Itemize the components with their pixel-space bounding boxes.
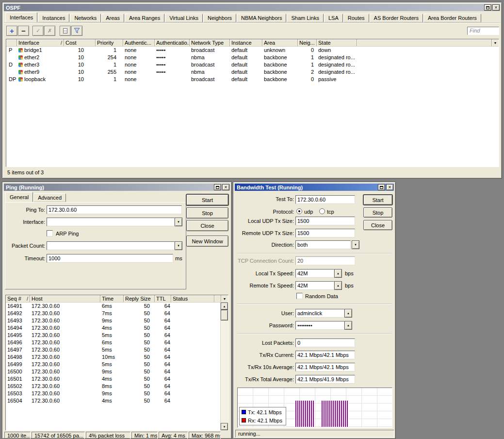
scroll-down-button[interactable]: ▼ <box>221 423 228 430</box>
password-input[interactable] <box>295 321 344 330</box>
column-header-network-type[interactable]: Network Type <box>190 39 230 46</box>
ping-row-16492[interactable]: 16492172.30.0.607ms5064 <box>6 310 220 317</box>
column-header-ttl[interactable]: TTL <box>155 295 171 302</box>
column-header-state[interactable]: State <box>317 39 357 46</box>
comment-button[interactable] <box>60 26 71 36</box>
disable-button[interactable]: ✗ <box>44 26 55 36</box>
local-udp-tx-size-input[interactable] <box>295 217 355 225</box>
column-header-reply-size[interactable]: Reply Size <box>124 295 155 302</box>
column-header-seq-[interactable]: Seq #/ <box>6 295 30 302</box>
ping-table-scrollbar[interactable]: ▲ ▼ <box>220 303 228 430</box>
test-to-input[interactable] <box>295 195 355 204</box>
tab-routes[interactable]: Routes <box>343 14 369 22</box>
ospf-row-ether2[interactable]: ether210254none•••••nbmadefaultbackbone1… <box>6 54 499 61</box>
packet-count-dropdown-button[interactable]: ▼ <box>175 241 182 250</box>
tab-sham-links[interactable]: Sham Links <box>287 14 323 22</box>
user-up-button[interactable]: ▲ <box>344 309 352 318</box>
column-header-host[interactable]: Host <box>30 295 100 302</box>
interface-input[interactable] <box>47 218 175 226</box>
tab-instances[interactable]: Instances <box>38 14 69 22</box>
remote-udp-tx-size-input[interactable] <box>295 229 355 237</box>
protocol-tcp-label[interactable]: tcp <box>327 209 334 215</box>
ping-row-16504[interactable]: 16504172.30.0.604ms5064 <box>6 397 220 405</box>
tab-area-border-routers[interactable]: Area Border Routers <box>423 14 481 22</box>
random-data-label[interactable]: Random Data <box>305 293 338 299</box>
restore-window-button[interactable] <box>214 184 221 190</box>
restore-window-button[interactable] <box>484 4 491 11</box>
password-up-button[interactable]: ▲ <box>344 321 352 330</box>
add-button[interactable]: + <box>6 26 17 36</box>
column-select-button[interactable]: ▼ <box>492 39 499 46</box>
tab-networks[interactable]: Networks <box>70 14 101 22</box>
ping-row-16501[interactable]: 16501172.30.0.604ms5064 <box>6 375 220 383</box>
column-header-authentic-[interactable]: Authentic... <box>123 39 155 46</box>
protocol-udp-label[interactable]: udp <box>304 209 313 215</box>
local-tx-speed-up-button[interactable]: ▲ <box>334 269 342 278</box>
interface-dropdown-button[interactable]: ▼ <box>175 218 182 226</box>
column-header-authenticatio-[interactable]: Authenticatio... <box>155 39 190 46</box>
new-window-button[interactable]: New Window <box>186 236 228 247</box>
tab-nbma-neighbors[interactable]: NBMA Neighbors <box>237 14 286 22</box>
ping-row-16502[interactable]: 16502172.30.0.608ms5064 <box>6 383 220 390</box>
user-input[interactable] <box>295 309 344 318</box>
scroll-up-button[interactable]: ▲ <box>221 303 228 310</box>
ping-row-16496[interactable]: 16496172.30.0.606ms5064 <box>6 339 220 346</box>
ping-row-16495[interactable]: 16495172.30.0.605ms5064 <box>6 332 220 339</box>
tab-areas[interactable]: Areas <box>101 14 124 22</box>
restore-window-button[interactable] <box>378 184 385 190</box>
tab-virtual-links[interactable]: Virtual Links <box>165 14 203 22</box>
ospf-row-ether3[interactable]: Dether3101none•••••broadcastdefaultbackb… <box>6 61 499 68</box>
direction-dropdown-button[interactable]: ▼ <box>352 240 359 249</box>
close-button[interactable]: Close <box>363 220 392 230</box>
close-button[interactable]: Close <box>186 220 228 231</box>
tab-area-ranges[interactable]: Area Ranges <box>125 14 164 22</box>
ping-row-16503[interactable]: 16503172.30.0.609ms5064 <box>6 390 220 397</box>
find-input[interactable] <box>467 27 499 35</box>
tab-neighbors[interactable]: Neighbors <box>203 14 236 22</box>
column-header-priority[interactable]: Priority <box>96 39 123 46</box>
remove-button[interactable]: − <box>18 26 29 36</box>
tab-as-border-routers[interactable]: AS Border Routers <box>370 14 423 22</box>
filter-button[interactable] <box>71 26 82 36</box>
packet-count-input[interactable] <box>47 241 175 250</box>
ping-row-16498[interactable]: 16498172.30.0.6010ms5064 <box>6 354 220 361</box>
scroll-thumb[interactable] <box>221 310 228 321</box>
direction-input[interactable] <box>295 240 351 249</box>
start-button[interactable]: Start <box>363 195 392 205</box>
protocol-tcp-radio[interactable] <box>319 208 325 214</box>
ospf-row-bridge1[interactable]: Pbridge1101none•••••broadcastdefaultunkn… <box>6 47 499 54</box>
start-button[interactable]: Start <box>186 194 228 205</box>
ospf-row-loopback[interactable]: DPloopback101nonebroadcastdefaultbackbon… <box>6 76 499 83</box>
column-header-interface[interactable]: Interface/ <box>17 39 64 46</box>
arp-ping-checkbox[interactable] <box>47 230 53 236</box>
column-header-area[interactable]: Area <box>262 39 298 46</box>
column-header-cost[interactable]: Cost <box>64 39 96 46</box>
local-tx-speed-input[interactable] <box>295 269 334 278</box>
enable-button[interactable]: ✓ <box>33 26 44 36</box>
column-header-neig-[interactable]: Neig... <box>298 39 317 46</box>
close-window-button[interactable]: × <box>386 184 393 190</box>
close-window-button[interactable]: × <box>492 4 500 11</box>
column-header-flags[interactable] <box>6 39 17 46</box>
stop-button[interactable]: Stop <box>363 207 392 218</box>
ping-row-16491[interactable]: 16491172.30.0.606ms5064 <box>6 303 220 310</box>
ping-row-16500[interactable]: 16500172.30.0.609ms5064 <box>6 368 220 375</box>
bandwidth-titlebar[interactable]: Bandwidth Test (Running) × <box>235 184 394 191</box>
column-select-button[interactable]: ▼ <box>221 295 228 302</box>
ping-row-16493[interactable]: 16493172.30.0.609ms5064 <box>6 317 220 324</box>
ping-row-16497[interactable]: 16497172.30.0.605ms5064 <box>6 346 220 354</box>
random-data-checkbox[interactable] <box>296 293 303 299</box>
ospf-titlebar[interactable]: OSPF × <box>4 4 500 11</box>
ping-row-16494[interactable]: 16494172.30.0.604ms5064 <box>6 324 220 332</box>
tab-interfaces[interactable]: Interfaces <box>5 12 37 22</box>
protocol-udp-radio[interactable] <box>296 208 302 214</box>
column-header-time[interactable]: Time <box>100 295 124 302</box>
remote-tx-speed-input[interactable] <box>295 281 334 290</box>
ping-to-input[interactable] <box>47 205 182 214</box>
tab-advanced[interactable]: Advanced <box>33 193 66 202</box>
stop-button[interactable]: Stop <box>186 207 228 219</box>
timeout-input[interactable] <box>47 254 173 263</box>
ping-titlebar[interactable]: Ping (Running) × <box>4 184 230 191</box>
column-header-status[interactable]: Status <box>171 295 214 302</box>
tab-lsa[interactable]: LSA <box>324 14 343 22</box>
